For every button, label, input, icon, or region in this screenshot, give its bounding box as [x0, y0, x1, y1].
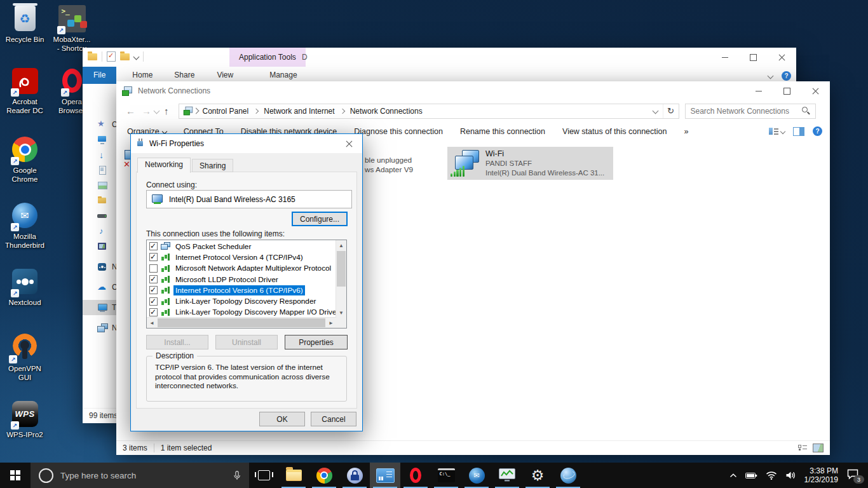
- desktop-icon-recycle-bin[interactable]: ♻ Recycle Bin: [0, 4, 50, 44]
- item-label[interactable]: Link-Layer Topology Discovery Mapper I/O…: [173, 307, 336, 317]
- desktop-icon-acrobat-reader[interactable]: ↗ Acrobat Reader DC: [0, 66, 50, 115]
- item-checkbox[interactable]: [149, 264, 158, 273]
- breadcrumb-control-panel[interactable]: Control Panel: [198, 107, 254, 116]
- uninstall-button[interactable]: Uninstall: [215, 335, 278, 349]
- customize-qat-icon[interactable]: [133, 53, 140, 60]
- taskbar-app-thunderbird[interactable]: ✉: [461, 463, 492, 488]
- breadcrumb-network-connections[interactable]: Network Connections: [346, 107, 427, 116]
- maximize-button[interactable]: [739, 48, 768, 67]
- tab-sharing[interactable]: Sharing: [192, 159, 233, 172]
- properties-button[interactable]: Properties: [285, 335, 348, 349]
- tab-file[interactable]: File: [83, 67, 116, 84]
- view-status-button[interactable]: View status of this connection: [562, 127, 667, 136]
- volume-icon[interactable]: [785, 471, 796, 480]
- install-button[interactable]: Install...: [146, 335, 208, 349]
- ok-button[interactable]: OK: [259, 412, 305, 426]
- close-button[interactable]: [801, 81, 830, 100]
- battery-icon[interactable]: [745, 472, 757, 479]
- taskbar-app-network-tool[interactable]: [553, 463, 583, 488]
- connection-item-row[interactable]: Microsoft LLDP Protocol Driver: [147, 274, 336, 285]
- preview-pane-icon[interactable]: [793, 127, 804, 136]
- action-center-button[interactable]: 3: [846, 468, 862, 482]
- dialog-close-button[interactable]: [336, 134, 362, 153]
- cancel-button[interactable]: Cancel: [311, 412, 356, 426]
- item-checkbox[interactable]: [149, 308, 158, 316]
- search-icon[interactable]: [802, 107, 810, 115]
- connection-item-row[interactable]: Microsoft Network Adapter Multiplexor Pr…: [147, 263, 336, 274]
- wifi-tray-icon[interactable]: [766, 471, 777, 480]
- connection-item-row[interactable]: QoS Packet Scheduler: [147, 241, 336, 252]
- connection-item-row[interactable]: Link-Layer Topology Discovery Responder: [147, 295, 336, 306]
- ribbon-collapse-icon[interactable]: [768, 73, 774, 79]
- taskbar-app-file-explorer[interactable]: [278, 463, 309, 488]
- taskbar-search[interactable]: Type here to search: [31, 463, 249, 488]
- properties-icon[interactable]: [107, 51, 116, 62]
- refresh-icon[interactable]: ↻: [663, 104, 679, 118]
- folder-icon[interactable]: [88, 53, 97, 60]
- desktop-icon-chrome[interactable]: ↗ Google Chrome: [0, 135, 50, 184]
- breadcrumb-network-and-internet[interactable]: Network and Internet: [259, 107, 339, 116]
- close-button[interactable]: [768, 48, 796, 67]
- new-folder-icon[interactable]: [120, 53, 130, 60]
- desktop-icon-openvpn[interactable]: ↗ OpenVPN GUI: [0, 333, 50, 382]
- taskbar-app-command-prompt[interactable]: C:\_: [431, 463, 461, 488]
- item-label[interactable]: Microsoft LLDP Protocol Driver: [173, 274, 280, 285]
- connection-item-row[interactable]: Internet Protocol Version 4 (TCP/IPv4): [147, 252, 336, 262]
- tray-expand-icon[interactable]: [729, 473, 737, 478]
- tab-networking[interactable]: Networking: [137, 158, 191, 173]
- taskbar-app-opera[interactable]: [400, 463, 431, 488]
- wifi-connection-item[interactable]: Wi-Fi PANDI STAFF Intel(R) Dual Band Wir…: [447, 147, 613, 180]
- up-arrow-icon[interactable]: ↑: [164, 105, 169, 116]
- item-checkbox[interactable]: [149, 275, 158, 283]
- titlebar[interactable]: Network Connections: [116, 81, 830, 100]
- start-button[interactable]: [0, 463, 31, 488]
- desktop-icon-nextcloud[interactable]: ↗ Nextcloud: [0, 267, 50, 307]
- recent-locations-icon[interactable]: [154, 108, 160, 114]
- forward-arrow-icon[interactable]: →: [142, 105, 151, 116]
- quick-access-toolbar[interactable]: [88, 51, 144, 62]
- desktop-icon-mobaxterm[interactable]: ↗ MobaXter... - Shortcu: [47, 4, 97, 53]
- minimize-button[interactable]: [744, 81, 773, 100]
- help-icon[interactable]: ?: [813, 126, 822, 136]
- vertical-scrollbar[interactable]: ▲ ▼: [336, 240, 346, 318]
- taskbar-app-google-chrome[interactable]: [309, 463, 339, 488]
- back-arrow-icon[interactable]: ←: [126, 105, 135, 116]
- dialog-titlebar[interactable]: Wi-Fi Properties: [131, 134, 362, 153]
- diagnose-button[interactable]: Diagnose this connection: [354, 127, 443, 136]
- horizontal-scrollbar[interactable]: ◄ ►: [147, 317, 336, 328]
- scroll-left-icon[interactable]: ◄: [147, 318, 157, 328]
- item-checkbox[interactable]: [149, 242, 158, 250]
- application-tools-context-tab[interactable]: Application Tools: [229, 48, 306, 67]
- desktop-icon-thunderbird[interactable]: ✉↗ Mozilla Thunderbird: [0, 201, 50, 250]
- connection-item-row[interactable]: Internet Protocol Version 6 (TCP/IPv6): [147, 285, 336, 295]
- minimize-button[interactable]: [710, 48, 739, 67]
- item-label[interactable]: Internet Protocol Version 4 (TCP/IPv4): [173, 252, 305, 262]
- help-icon[interactable]: ?: [782, 71, 791, 81]
- item-checkbox[interactable]: [149, 253, 158, 261]
- taskbar-app-keepass[interactable]: [339, 463, 370, 488]
- microphone-icon[interactable]: [233, 470, 241, 481]
- scroll-up-icon[interactable]: ▲: [336, 240, 346, 250]
- taskbar-app-settings[interactable]: ⚙: [522, 463, 553, 488]
- item-label[interactable]: Microsoft Network Adapter Multiplexor Pr…: [173, 263, 333, 273]
- thumbnail-view-icon[interactable]: [813, 444, 824, 452]
- connection-items-listbox[interactable]: QoS Packet SchedulerInternet Protocol Ve…: [146, 240, 347, 329]
- horizontal-scroll-thumb[interactable]: [158, 318, 325, 327]
- scroll-right-icon[interactable]: ►: [326, 318, 336, 328]
- rename-connection-button[interactable]: Rename this connection: [460, 127, 545, 136]
- address-bar[interactable]: Control Panel Network and Internet Netwo…: [179, 104, 679, 119]
- partially-hidden-connection-item[interactable]: ble unplugged ws Adapter V9: [365, 156, 413, 175]
- connection-item-row[interactable]: Link-Layer Topology Discovery Mapper I/O…: [147, 307, 336, 318]
- search-box[interactable]: Search Network Connections: [685, 104, 816, 119]
- item-checkbox[interactable]: [149, 297, 158, 306]
- details-view-icon[interactable]: [798, 444, 807, 452]
- scroll-down-icon[interactable]: ▼: [336, 308, 346, 318]
- maximize-button[interactable]: [773, 81, 801, 100]
- item-label[interactable]: QoS Packet Scheduler: [173, 241, 253, 252]
- taskbar-app-performance-monitor[interactable]: [492, 463, 522, 488]
- vertical-scroll-thumb[interactable]: [337, 251, 346, 287]
- desktop-icon-wps[interactable]: WPS↗ WPS-IPro2: [0, 399, 50, 439]
- address-dropdown-icon[interactable]: [649, 104, 663, 118]
- item-label[interactable]: Link-Layer Topology Discovery Responder: [173, 296, 318, 306]
- more-commands-chevron[interactable]: »: [684, 127, 688, 136]
